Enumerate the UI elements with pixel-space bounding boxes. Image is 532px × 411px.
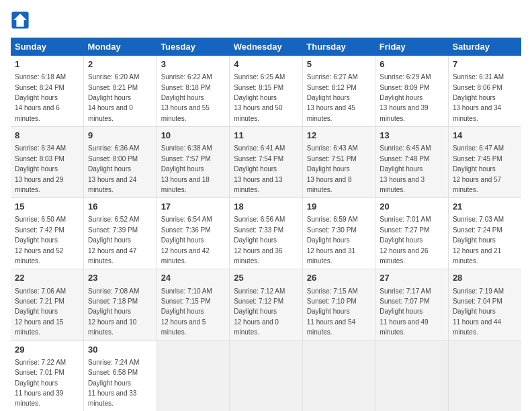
day-info: Sunrise: 6:34 AMSunset: 8:03 PMDaylight … (15, 144, 66, 193)
day-info: Sunrise: 7:03 AMSunset: 7:24 PMDaylight … (453, 216, 504, 265)
logo-icon (11, 11, 30, 30)
day-info: Sunrise: 6:52 AMSunset: 7:39 PMDaylight … (88, 216, 139, 265)
calendar-cell: 5Sunrise: 6:27 AMSunset: 8:12 PMDaylight… (302, 56, 375, 127)
day-number: 17 (161, 201, 226, 213)
calendar-week-5: 29Sunrise: 7:22 AMSunset: 7:01 PMDayligh… (11, 340, 521, 411)
calendar-cell (375, 340, 449, 411)
calendar-cell: 17Sunrise: 6:54 AMSunset: 7:36 PMDayligh… (157, 198, 230, 269)
day-number: 15 (15, 201, 79, 213)
day-info: Sunrise: 6:56 AMSunset: 7:33 PMDaylight … (234, 216, 285, 265)
calendar-cell: 29Sunrise: 7:22 AMSunset: 7:01 PMDayligh… (11, 340, 84, 411)
header-tuesday: Tuesday (157, 38, 230, 56)
calendar-cell: 18Sunrise: 6:56 AMSunset: 7:33 PMDayligh… (230, 198, 303, 269)
day-info: Sunrise: 6:31 AMSunset: 8:06 PMDaylight … (453, 73, 504, 122)
day-info: Sunrise: 6:25 AMSunset: 8:15 PMDaylight … (234, 73, 285, 122)
day-number: 28 (453, 272, 517, 284)
calendar-cell: 2Sunrise: 6:20 AMSunset: 8:21 PMDaylight… (84, 56, 157, 127)
header-wednesday: Wednesday (230, 38, 303, 56)
day-number: 6 (380, 58, 444, 71)
calendar-cell: 11Sunrise: 6:41 AMSunset: 7:54 PMDayligh… (230, 127, 303, 198)
logo (11, 11, 32, 30)
day-number: 21 (453, 201, 517, 213)
day-info: Sunrise: 6:59 AMSunset: 7:30 PMDaylight … (307, 216, 358, 265)
day-info: Sunrise: 7:12 AMSunset: 7:12 PMDaylight … (234, 287, 285, 336)
day-info: Sunrise: 7:06 AMSunset: 7:21 PMDaylight … (15, 287, 66, 336)
calendar-table: SundayMondayTuesdayWednesdayThursdayFrid… (11, 38, 521, 411)
calendar-cell: 19Sunrise: 6:59 AMSunset: 7:30 PMDayligh… (302, 198, 375, 269)
calendar-cell: 25Sunrise: 7:12 AMSunset: 7:12 PMDayligh… (230, 269, 303, 340)
calendar-week-3: 15Sunrise: 6:50 AMSunset: 7:42 PMDayligh… (11, 198, 521, 269)
calendar-cell (230, 340, 303, 411)
day-info: Sunrise: 6:38 AMSunset: 7:57 PMDaylight … (161, 144, 212, 193)
calendar-cell: 9Sunrise: 6:36 AMSunset: 8:00 PMDaylight… (84, 127, 157, 198)
calendar-cell: 30Sunrise: 7:24 AMSunset: 6:58 PMDayligh… (84, 340, 157, 411)
calendar-cell: 13Sunrise: 6:45 AMSunset: 7:48 PMDayligh… (375, 127, 449, 198)
calendar-week-1: 1Sunrise: 6:18 AMSunset: 8:24 PMDaylight… (11, 56, 521, 127)
day-number: 30 (88, 344, 152, 356)
day-number: 13 (380, 130, 444, 142)
calendar-cell: 14Sunrise: 6:47 AMSunset: 7:45 PMDayligh… (448, 127, 521, 198)
day-info: Sunrise: 6:22 AMSunset: 8:18 PMDaylight … (161, 73, 212, 122)
calendar-cell: 4Sunrise: 6:25 AMSunset: 8:15 PMDaylight… (230, 56, 303, 127)
calendar-cell: 27Sunrise: 7:17 AMSunset: 7:07 PMDayligh… (375, 269, 449, 340)
day-info: Sunrise: 6:18 AMSunset: 8:24 PMDaylight … (15, 73, 66, 122)
day-number: 2 (88, 58, 152, 71)
day-info: Sunrise: 6:36 AMSunset: 8:00 PMDaylight … (88, 144, 139, 193)
calendar-cell: 7Sunrise: 6:31 AMSunset: 8:06 PMDaylight… (448, 56, 521, 127)
day-info: Sunrise: 7:01 AMSunset: 7:27 PMDaylight … (380, 216, 431, 265)
calendar-week-2: 8Sunrise: 6:34 AMSunset: 8:03 PMDaylight… (11, 127, 521, 198)
page-header (11, 11, 521, 30)
day-number: 3 (161, 58, 226, 71)
header-sunday: Sunday (11, 38, 84, 56)
calendar-cell (302, 340, 375, 411)
day-info: Sunrise: 7:08 AMSunset: 7:18 PMDaylight … (88, 287, 139, 336)
calendar-cell (157, 340, 230, 411)
day-info: Sunrise: 7:17 AMSunset: 7:07 PMDaylight … (380, 287, 431, 336)
day-number: 12 (307, 130, 371, 142)
day-number: 25 (234, 272, 298, 284)
day-info: Sunrise: 6:47 AMSunset: 7:45 PMDaylight … (453, 144, 504, 193)
header-saturday: Saturday (448, 38, 521, 56)
day-number: 26 (307, 272, 371, 284)
calendar-cell: 26Sunrise: 7:15 AMSunset: 7:10 PMDayligh… (302, 269, 375, 340)
calendar-cell: 28Sunrise: 7:19 AMSunset: 7:04 PMDayligh… (448, 269, 521, 340)
day-number: 9 (88, 130, 152, 142)
day-number: 1 (15, 58, 79, 71)
day-info: Sunrise: 6:29 AMSunset: 8:09 PMDaylight … (380, 73, 431, 122)
calendar-cell: 8Sunrise: 6:34 AMSunset: 8:03 PMDaylight… (11, 127, 84, 198)
day-info: Sunrise: 6:41 AMSunset: 7:54 PMDaylight … (234, 144, 285, 193)
day-number: 8 (15, 130, 79, 142)
calendar-cell: 23Sunrise: 7:08 AMSunset: 7:18 PMDayligh… (84, 269, 157, 340)
day-number: 7 (453, 58, 517, 71)
calendar-cell: 16Sunrise: 6:52 AMSunset: 7:39 PMDayligh… (84, 198, 157, 269)
day-number: 4 (234, 58, 298, 71)
calendar-cell: 12Sunrise: 6:43 AMSunset: 7:51 PMDayligh… (302, 127, 375, 198)
day-info: Sunrise: 6:45 AMSunset: 7:48 PMDaylight … (380, 144, 431, 193)
header-monday: Monday (84, 38, 157, 56)
calendar-cell: 1Sunrise: 6:18 AMSunset: 8:24 PMDaylight… (11, 56, 84, 127)
calendar-header-row: SundayMondayTuesdayWednesdayThursdayFrid… (11, 38, 521, 56)
day-info: Sunrise: 7:22 AMSunset: 7:01 PMDaylight … (15, 359, 66, 408)
calendar-cell: 10Sunrise: 6:38 AMSunset: 7:57 PMDayligh… (157, 127, 230, 198)
calendar-cell: 3Sunrise: 6:22 AMSunset: 8:18 PMDaylight… (157, 56, 230, 127)
day-info: Sunrise: 7:24 AMSunset: 6:58 PMDaylight … (88, 359, 139, 408)
day-info: Sunrise: 7:19 AMSunset: 7:04 PMDaylight … (453, 287, 504, 336)
calendar-cell: 22Sunrise: 7:06 AMSunset: 7:21 PMDayligh… (11, 269, 84, 340)
day-info: Sunrise: 7:10 AMSunset: 7:15 PMDaylight … (161, 287, 212, 336)
calendar-cell: 15Sunrise: 6:50 AMSunset: 7:42 PMDayligh… (11, 198, 84, 269)
day-number: 20 (380, 201, 444, 213)
calendar-cell: 21Sunrise: 7:03 AMSunset: 7:24 PMDayligh… (448, 198, 521, 269)
calendar-week-4: 22Sunrise: 7:06 AMSunset: 7:21 PMDayligh… (11, 269, 521, 340)
day-number: 5 (307, 58, 371, 71)
header-thursday: Thursday (302, 38, 375, 56)
day-number: 18 (234, 201, 298, 213)
day-number: 14 (453, 130, 517, 142)
day-number: 16 (88, 201, 152, 213)
day-number: 29 (15, 344, 79, 356)
day-number: 19 (307, 201, 371, 213)
day-number: 10 (161, 130, 226, 142)
day-info: Sunrise: 6:20 AMSunset: 8:21 PMDaylight … (88, 73, 139, 122)
day-number: 11 (234, 130, 298, 142)
day-info: Sunrise: 7:15 AMSunset: 7:10 PMDaylight … (307, 287, 358, 336)
day-number: 22 (15, 272, 79, 284)
